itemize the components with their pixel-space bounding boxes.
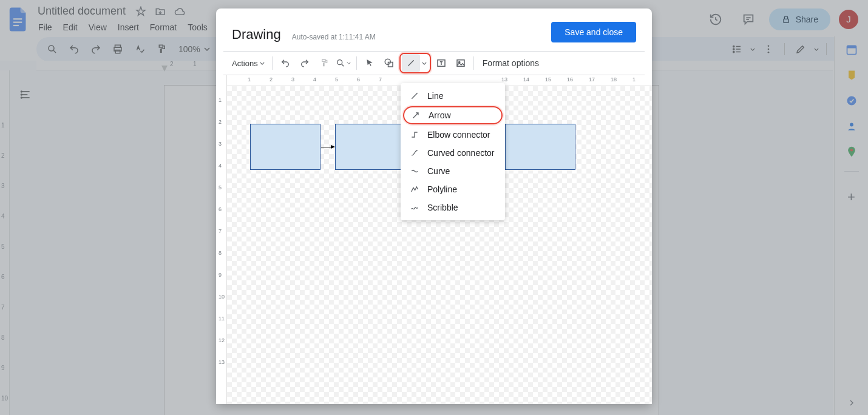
- svg-line-41: [412, 93, 417, 98]
- drawing-vertical-ruler: 1 2 3 4 5 6 7 8 9 10 11 12 13: [216, 75, 227, 404]
- textbox-tool-icon[interactable]: [432, 54, 450, 72]
- paint-format-icon[interactable]: [315, 54, 333, 72]
- redo-icon[interactable]: [296, 54, 314, 72]
- rectangle-shape[interactable]: [335, 124, 405, 170]
- drawing-toolbar: Actions Format options: [223, 51, 645, 75]
- polyline-icon: [409, 184, 420, 195]
- elbow-connector-icon: [409, 129, 420, 140]
- line-icon: [409, 90, 420, 101]
- menu-item-label: Arrow: [429, 110, 451, 120]
- rectangle-shape[interactable]: [250, 124, 320, 170]
- menu-item-label: Scribble: [427, 203, 458, 212]
- shape-tool-icon[interactable]: [380, 54, 398, 72]
- menu-item-label: Polyline: [427, 184, 457, 194]
- menu-item-arrow[interactable]: Arrow: [403, 106, 503, 124]
- save-and-close-button[interactable]: Save and close: [551, 22, 636, 42]
- arrow-icon: [410, 110, 421, 121]
- zoom-tool-icon[interactable]: [334, 54, 353, 72]
- svg-line-32: [342, 64, 344, 66]
- select-tool-icon[interactable]: [361, 54, 379, 72]
- line-tool-icon[interactable]: [402, 54, 420, 72]
- menu-item-polyline[interactable]: Polyline: [401, 180, 505, 198]
- menu-item-curve[interactable]: Curve: [401, 162, 505, 180]
- chevron-down-icon: [260, 62, 265, 65]
- menu-item-label: Line: [427, 91, 443, 101]
- menu-item-line[interactable]: Line: [401, 87, 505, 105]
- svg-line-42: [413, 113, 418, 118]
- line-tool-dropdown[interactable]: [420, 54, 429, 72]
- svg-point-31: [337, 60, 342, 65]
- dialog-title: Drawing: [232, 27, 281, 42]
- actions-menu[interactable]: Actions: [228, 54, 268, 72]
- rectangle-shape[interactable]: [505, 124, 575, 170]
- svg-line-35: [408, 60, 413, 66]
- undo-icon[interactable]: [276, 54, 294, 72]
- image-tool-icon[interactable]: [452, 54, 470, 72]
- format-options-button[interactable]: Format options: [478, 58, 544, 68]
- autosave-status: Auto-saved at 1:11:41 AM: [292, 33, 376, 41]
- curve-icon: [409, 166, 420, 177]
- menu-item-label: Elbow connector: [427, 130, 490, 140]
- menu-item-scribble[interactable]: Scribble: [401, 198, 505, 217]
- svg-rect-39: [457, 60, 464, 67]
- menu-item-label: Curved connector: [427, 148, 495, 158]
- menu-item-elbow-connector[interactable]: Elbow connector: [401, 126, 505, 144]
- arrow-connector[interactable]: [321, 147, 334, 147]
- menu-item-curved-connector[interactable]: Curved connector: [401, 144, 505, 162]
- line-type-menu: Line Arrow Elbow connector Curved connec…: [401, 83, 505, 220]
- menu-item-label: Curve: [427, 166, 450, 176]
- scribble-icon: [409, 202, 420, 213]
- line-tool-highlighted: [399, 53, 431, 73]
- curved-connector-icon: [409, 147, 420, 158]
